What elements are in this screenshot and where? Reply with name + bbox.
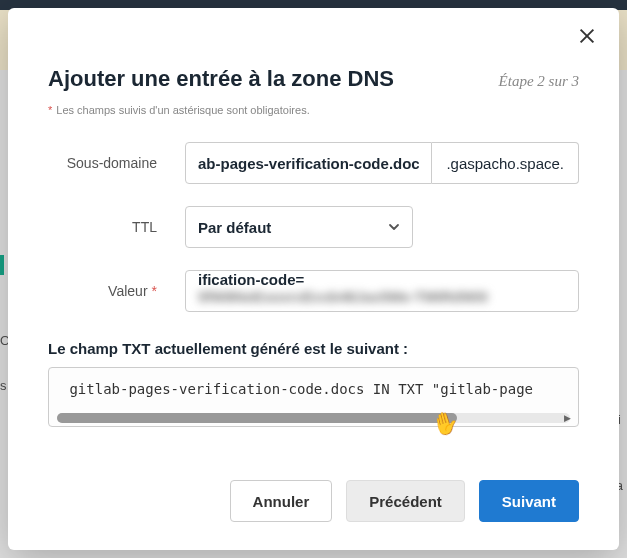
scroll-arrow-right-icon: ▶ xyxy=(564,413,571,423)
generated-codebox[interactable]: _gitlab-pages-verification-code.docs IN … xyxy=(48,367,579,427)
next-button[interactable]: Suivant xyxy=(479,480,579,522)
label-value: Valeur* xyxy=(48,283,185,299)
redacted-value: 5fW8NeEsoxrcExsb48Jax5Me-TMtRdWi0 xyxy=(198,288,488,305)
modal-title: Ajouter une entrée à la zone DNS xyxy=(48,66,394,92)
domain-suffix: .gaspacho.space. xyxy=(432,142,579,184)
cancel-button[interactable]: Annuler xyxy=(230,480,333,522)
row-value: Valeur* ification-code=5fW8NeEsoxrcExsb4… xyxy=(48,270,579,312)
value-input[interactable]: ification-code=5fW8NeEsoxrcExsb48Jax5Me-… xyxy=(185,270,579,312)
step-indicator: Étape 2 sur 3 xyxy=(499,73,579,90)
previous-button[interactable]: Précédent xyxy=(346,480,465,522)
generated-text: _gitlab-pages-verification-code.docs IN … xyxy=(49,368,578,397)
row-subdomain: Sous-domaine .gaspacho.space. xyxy=(48,142,579,184)
label-ttl: TTL xyxy=(48,219,185,235)
modal-footer: Annuler Précédent Suivant xyxy=(48,440,579,522)
required-note: *Les champs suivis d'un astérisque sont … xyxy=(48,104,579,116)
close-icon[interactable] xyxy=(575,24,599,48)
modal-dialog: Ajouter une entrée à la zone DNS Étape 2… xyxy=(8,8,619,550)
subdomain-input[interactable] xyxy=(185,142,432,184)
label-subdomain: Sous-domaine xyxy=(48,155,185,171)
ttl-select[interactable]: Par défaut xyxy=(185,206,413,248)
row-ttl: TTL Par défaut xyxy=(48,206,579,248)
generated-label: Le champ TXT actuellement généré est le … xyxy=(48,340,579,357)
scrollbar-horizontal[interactable]: ▶ xyxy=(57,413,570,423)
modal-header: Ajouter une entrée à la zone DNS Étape 2… xyxy=(48,66,579,92)
scrollbar-thumb[interactable] xyxy=(57,413,457,423)
